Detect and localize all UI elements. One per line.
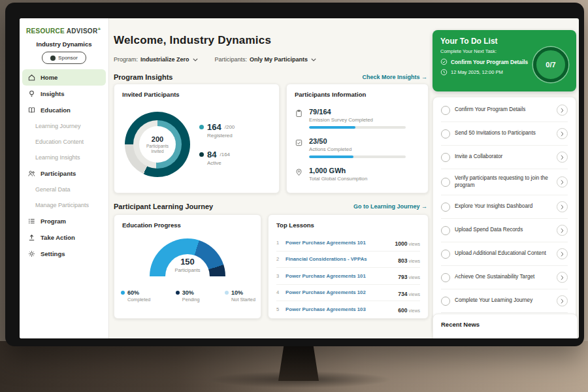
lesson-rank: 1 [276, 240, 282, 246]
lesson-link[interactable]: Power Purchase Agreements 103 [286, 306, 394, 312]
task-go-button[interactable] [557, 225, 568, 236]
sidebar-item-insights[interactable]: Insights [22, 86, 106, 102]
legend-item-completed: 60% Completed [121, 289, 150, 302]
recent-news-card: Recent News [433, 314, 578, 338]
progress-bar-fill [309, 126, 355, 129]
recent-news-title: Recent News [433, 314, 577, 335]
arrow-right-icon: → [421, 74, 427, 80]
check-more-insights-link[interactable]: Check More Insights → [362, 74, 427, 80]
sidebar-item-home[interactable]: Home [22, 69, 106, 86]
sidebar-item-program[interactable]: Program [22, 213, 106, 229]
task-label: Achieve One Sustainability Target [455, 274, 552, 281]
info-label: Total Global Consumption [309, 176, 367, 182]
invited-donut-inner: 200 Participants Invited [133, 120, 182, 169]
program-value: Industrialize Zero [140, 56, 189, 63]
clipboard-icon [295, 109, 303, 118]
lesson-link[interactable]: Power Purchase Agreements 102 [286, 289, 394, 295]
task-checkbox[interactable] [441, 273, 450, 282]
sidebar-item-settings[interactable]: Settings [22, 246, 106, 262]
legend-pct: 30% [182, 289, 200, 296]
sidebar-item-general-data[interactable]: General Data [20, 182, 108, 197]
task-checkbox[interactable] [441, 226, 450, 235]
main-content: Welcome, Industry Dynamics Program: Indu… [114, 18, 427, 338]
org-name: Industry Dynamics [20, 41, 108, 48]
program-list-icon [27, 217, 36, 225]
sidebar-item-education-content[interactable]: Education Content [20, 134, 108, 150]
program-label: Program: [114, 56, 138, 63]
go-to-learning-journey-link[interactable]: Go to Learning Journey → [353, 203, 427, 210]
completed-dot-icon [121, 291, 125, 295]
info-rows: 79/164 Emission Survey Completed 23/50 A… [295, 108, 420, 190]
lesson-rank: 3 [276, 273, 282, 279]
task-row: Upload Additional Educational Content [441, 242, 568, 266]
task-go-button[interactable] [557, 176, 568, 188]
not-started-dot-icon [225, 291, 229, 295]
legend-pct: 60% [127, 289, 150, 296]
pending-dot-icon [176, 291, 180, 295]
todo-next-task-label: Confirm Your Program Details [451, 59, 528, 65]
logo-plus: + [97, 26, 101, 32]
card-title: Top Lessons [269, 215, 428, 229]
sidebar-item-learning-insights[interactable]: Learning Insights [20, 150, 108, 165]
location-pin-icon [295, 168, 303, 176]
task-go-button[interactable] [557, 295, 568, 306]
lesson-row: 2 Financial Considerations - VPPAs 803vi… [276, 252, 420, 269]
program-dropdown[interactable]: Program: Industrialize Zero [114, 56, 198, 63]
todo-due-label: 12 May 2025, 12:00 PM [451, 69, 503, 75]
progress-bar [309, 155, 406, 158]
info-value: 1,000 GWh [309, 167, 367, 174]
monitor-bezel: RESOURCE ADVISOR+ Industry Dynamics Spon… [5, 3, 584, 346]
sidebar-item-participants[interactable]: Participants [22, 165, 106, 182]
task-label: Explore Your Insights Dashboard [455, 203, 552, 210]
lesson-link[interactable]: Power Purchase Agreements 101 [286, 273, 394, 279]
sidebar-item-take-action[interactable]: Take Action [22, 229, 106, 246]
card-title: Participants Information [287, 84, 428, 98]
monitor-stand [278, 344, 319, 381]
lesson-link[interactable]: Financial Considerations - VPPAs [286, 256, 394, 262]
task-go-button[interactable] [557, 248, 568, 259]
participants-icon [27, 169, 36, 178]
sidebar-item-label: Home [41, 74, 57, 81]
sidebar-item-manage-participants[interactable]: Manage Participants [20, 197, 108, 213]
task-go-button[interactable] [557, 201, 568, 212]
app-logo: RESOURCE ADVISOR+ [20, 18, 108, 35]
task-checkbox[interactable] [441, 203, 450, 212]
task-row: Send 50 Invitations to Participants [441, 122, 568, 146]
lesson-row: 3 Power Purchase Agreements 101 793views [276, 268, 420, 285]
stat-label: Registered [207, 133, 235, 139]
task-row: Verify participants requesting to join t… [441, 169, 568, 195]
sidebar-item-education[interactable]: Education [22, 102, 106, 118]
stat-value: 164 [207, 122, 221, 132]
sidebar-item-label: Insights [41, 90, 64, 97]
sponsor-badge[interactable]: Sponsor [42, 52, 86, 64]
gear-icon [27, 250, 36, 258]
task-go-button[interactable] [557, 152, 568, 163]
lesson-link[interactable]: Power Purchase Agreements 101 [286, 240, 391, 246]
lesson-views: 734 [398, 291, 407, 297]
task-checkbox[interactable] [441, 250, 450, 259]
task-checkbox[interactable] [441, 153, 450, 162]
todo-progress-ring: 0/7 [533, 47, 568, 82]
invited-participants-card: Invited Participants 200 Participants In… [114, 84, 280, 193]
task-checkbox[interactable] [441, 297, 450, 306]
education-progress-card: Education Progress 150 Participants [114, 214, 261, 319]
task-checkbox[interactable] [441, 129, 450, 139]
participants-dropdown[interactable]: Participants: Only My Participants [215, 56, 317, 63]
task-go-button[interactable] [557, 272, 568, 283]
task-go-button[interactable] [557, 128, 568, 139]
task-checkbox[interactable] [441, 106, 450, 115]
sidebar-item-label: Education [41, 106, 71, 114]
right-panel: Your To Do List Complete Your Next Task:… [433, 18, 576, 338]
gauge-center-label: Participants [150, 267, 225, 273]
lesson-rank: 4 [276, 289, 282, 295]
todo-summary-card: Your To Do List Complete Your Next Task:… [433, 30, 576, 91]
task-row: Achieve One Sustainability Target [441, 266, 568, 289]
sidebar-item-learning-journey[interactable]: Learning Journey [20, 118, 108, 134]
lesson-rank: 2 [276, 256, 282, 262]
task-go-button[interactable] [557, 105, 568, 116]
sidebar-nav: Home Insights Education Learning Journey… [20, 69, 108, 262]
task-label: Invite a Collaborator [455, 154, 552, 161]
filters-row: Program: Industrialize Zero Participants… [114, 56, 316, 63]
task-checkbox[interactable] [441, 178, 450, 187]
sidebar-item-label: Take Action [41, 234, 75, 241]
